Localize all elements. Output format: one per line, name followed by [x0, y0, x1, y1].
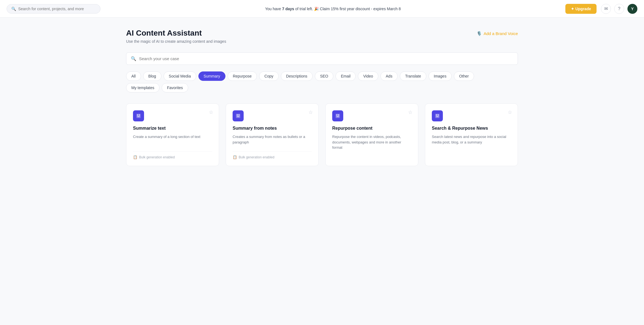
cards-grid: ☆ Summarize text Create a summary of a l…: [126, 103, 518, 166]
svg-rect-8: [336, 114, 340, 118]
filter-chip-my-templates[interactable]: My templates: [126, 83, 159, 92]
svg-point-2: [139, 114, 140, 116]
card-title-summarize-text: Summarize text: [133, 126, 212, 131]
card-title-search-repurpose-news: Search & Repurpose News: [432, 126, 511, 131]
card-icon-summary-from-notes: [233, 110, 244, 121]
svg-rect-12: [435, 114, 440, 118]
filter-chip-repurpose[interactable]: Repurpose: [228, 71, 257, 81]
svg-rect-15: [436, 116, 439, 117]
svg-rect-3: [137, 116, 140, 117]
global-search-bar[interactable]: 🔍: [7, 4, 100, 14]
topbar-icons: ✉ ? Y: [601, 4, 637, 14]
mail-icon-button[interactable]: ✉: [601, 4, 611, 14]
card-footer-summarize-text: 📋 Bulk generation enabled: [133, 151, 212, 159]
svg-point-1: [137, 114, 138, 116]
filter-chips-row1: AllBlogSocial MediaSummaryRepurposeCopyD…: [126, 71, 518, 81]
card-icon-repurpose-content: [332, 110, 343, 121]
svg-rect-7: [237, 116, 239, 117]
trial-notice: You have 7 days of trial left. 🎉 Claim 1…: [105, 7, 561, 11]
card-desc-summary-from-notes: Creates a summary from notes as bullets …: [233, 134, 312, 145]
card-title-repurpose-content: Repurpose content: [332, 126, 411, 131]
card-summary-from-notes[interactable]: ☆ Summary from notes Creates a summary f…: [226, 103, 319, 166]
svg-rect-0: [136, 114, 141, 118]
bulk-label-summarize-text: Bulk generation enabled: [139, 155, 175, 159]
card-summarize-text[interactable]: ☆ Summarize text Create a summary of a l…: [126, 103, 219, 166]
card-repurpose-content[interactable]: ☆ Repurpose content Repurpose the conten…: [325, 103, 418, 166]
topbar: 🔍 You have 7 days of trial left. 🎉 Claim…: [0, 0, 644, 18]
filter-chip-other[interactable]: Other: [454, 71, 474, 81]
filter-chip-images[interactable]: Images: [429, 71, 452, 81]
filter-chip-translate[interactable]: Translate: [400, 71, 426, 81]
bulk-label-summary-from-notes: Bulk generation enabled: [239, 155, 274, 159]
card-favorite-star-repurpose-content[interactable]: ☆: [408, 109, 413, 115]
card-favorite-star-summary-from-notes[interactable]: ☆: [308, 109, 313, 115]
page-subtitle: Use the magic of AI to create amazing co…: [126, 39, 226, 44]
add-brand-voice-button[interactable]: 🎙️ Add a Brand Voice: [477, 29, 518, 36]
card-favorite-star-summarize-text[interactable]: ☆: [209, 109, 213, 115]
page-title: AI Content Assistant: [126, 29, 226, 38]
bulk-icon: 📋: [133, 155, 137, 159]
filter-chip-seo[interactable]: SEO: [315, 71, 334, 81]
card-icon-search-repurpose-news: [432, 110, 443, 121]
filter-chip-favorites[interactable]: Favorites: [162, 83, 188, 92]
svg-point-5: [237, 114, 238, 116]
global-search-input[interactable]: [18, 7, 96, 11]
filter-chip-email[interactable]: Email: [336, 71, 356, 81]
filter-chip-video[interactable]: Video: [358, 71, 378, 81]
filter-chip-blog[interactable]: Blog: [143, 71, 161, 81]
upgrade-button[interactable]: ✦ Upgrade: [565, 4, 597, 14]
card-favorite-star-search-repurpose-news[interactable]: ☆: [508, 109, 512, 115]
svg-rect-11: [336, 116, 339, 117]
filter-chip-summary[interactable]: Summary: [198, 71, 225, 81]
card-footer-summary-from-notes: 📋 Bulk generation enabled: [233, 151, 312, 159]
use-case-search-input[interactable]: [139, 56, 513, 61]
avatar[interactable]: Y: [627, 4, 637, 14]
help-icon-button[interactable]: ?: [614, 4, 624, 14]
filter-chip-all[interactable]: All: [126, 71, 141, 81]
card-search-repurpose-news[interactable]: ☆ Search & Repurpose News Search latest …: [425, 103, 518, 166]
svg-rect-4: [236, 114, 240, 118]
filter-chips-row2: My templatesFavorites: [126, 83, 518, 92]
search-icon: 🔍: [131, 56, 136, 61]
filter-chip-descriptions[interactable]: Descriptions: [281, 71, 313, 81]
main-content: AI Content Assistant Use the magic of AI…: [115, 18, 529, 183]
card-icon-summarize-text: [133, 110, 144, 121]
search-icon: 🔍: [11, 7, 16, 11]
card-desc-summarize-text: Create a summary of a long section of te…: [133, 134, 212, 145]
page-header-text: AI Content Assistant Use the magic of AI…: [126, 29, 226, 44]
svg-point-10: [338, 114, 339, 116]
mic-icon: 🎙️: [477, 31, 482, 36]
use-case-search-bar[interactable]: 🔍: [126, 52, 518, 65]
card-desc-repurpose-content: Repurpose the content in videos, podcast…: [332, 134, 411, 159]
card-title-summary-from-notes: Summary from notes: [233, 126, 312, 131]
svg-point-6: [238, 114, 239, 116]
svg-point-14: [438, 114, 439, 116]
filter-chip-copy[interactable]: Copy: [259, 71, 279, 81]
bulk-icon: 📋: [233, 155, 237, 159]
svg-point-9: [336, 114, 337, 116]
filter-chip-ads[interactable]: Ads: [380, 71, 398, 81]
filter-chip-social-media[interactable]: Social Media: [164, 71, 196, 81]
svg-point-13: [436, 114, 437, 116]
page-header: AI Content Assistant Use the magic of AI…: [126, 29, 518, 44]
card-desc-search-repurpose-news: Search latest news and repurpose into a …: [432, 134, 511, 159]
